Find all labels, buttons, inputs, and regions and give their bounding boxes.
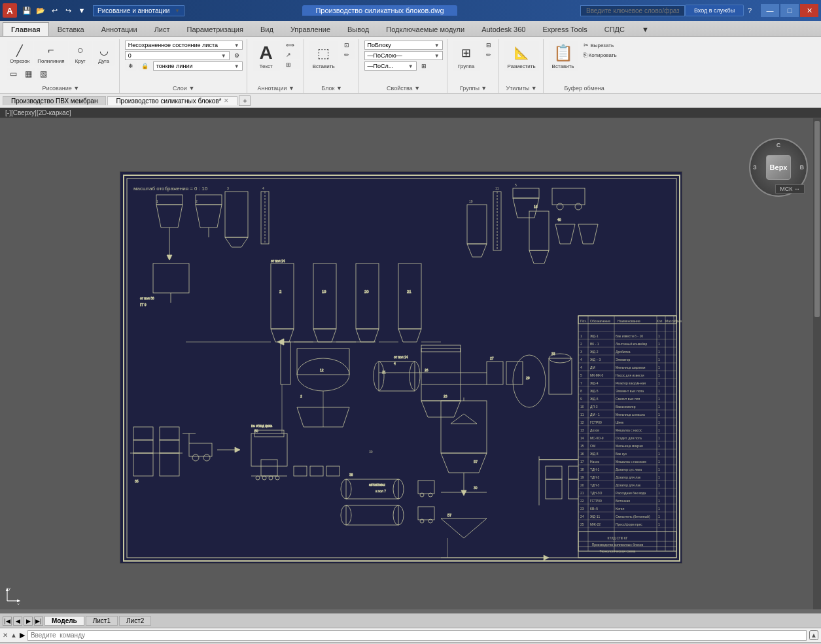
svg-text:11: 11 <box>580 413 584 416</box>
arc-btn[interactable]: ◡ Дуга <box>93 41 115 66</box>
tab-view[interactable]: Вид <box>252 22 282 36</box>
layout-nav-prev[interactable]: ◀ <box>13 617 22 626</box>
tab-parametrization[interactable]: Параметризация <box>179 22 252 36</box>
svg-text:ЖД-5: ЖД-5 <box>590 389 599 393</box>
polyline-btn[interactable]: ⌐ Полилиния <box>34 41 68 66</box>
tab-sheet[interactable]: Лист <box>146 22 179 36</box>
tab-spds[interactable]: СПДС <box>596 22 633 36</box>
lock-btn[interactable]: 🔒 <box>138 61 152 71</box>
cmd-close-btn[interactable]: ✕ <box>3 632 8 639</box>
layout-tab-model[interactable]: Модель <box>44 616 84 626</box>
file-tab-pvc[interactable]: Производство ПВХ мембран <box>3 96 106 105</box>
linetype-prop-dropdown[interactable]: —ПоСлою— ▼ <box>364 51 443 60</box>
layout-tab-sheet1[interactable]: Лист1 <box>86 616 118 626</box>
layout-nav-next[interactable]: ▶ <box>24 617 33 626</box>
svg-text:2: 2 <box>580 342 582 346</box>
svg-text:30: 30 <box>369 450 373 454</box>
nav-center-btn[interactable]: Верх <box>766 155 791 180</box>
lineweight-dropdown[interactable]: —ПоСл... ▼ <box>364 61 417 71</box>
tab-manage[interactable]: Управление <box>282 22 339 36</box>
layer-dropdown[interactable]: 0 ▼ <box>125 51 230 60</box>
circle-btn[interactable]: ○ Круг <box>69 41 92 66</box>
edit-group-btn[interactable]: ✏ <box>483 50 495 59</box>
gradient-btn[interactable]: ▧ <box>37 68 50 80</box>
cut-btn[interactable]: ✂ Вырезать <box>580 41 620 50</box>
insert-btn[interactable]: ⬚ Вставить <box>309 41 338 71</box>
line-btn[interactable]: ╱ Отрезок <box>7 41 33 66</box>
line-icon: ╱ <box>12 42 27 58</box>
layout-nav-last[interactable]: ▶| <box>34 617 43 626</box>
svg-text:20: 20 <box>364 290 369 294</box>
search-input[interactable] <box>580 5 685 16</box>
cmd-expand-btn[interactable]: ▲ <box>809 630 818 640</box>
layout-nav-first[interactable]: |◀ <box>3 617 12 626</box>
tab-more[interactable]: ▼ <box>633 22 657 36</box>
svg-text:Мешалка с насос: Мешалка с насос <box>616 428 642 432</box>
tab-autodesk360[interactable]: Autodesk 360 <box>473 22 534 36</box>
svg-text:к пол 7: к пол 7 <box>376 489 386 493</box>
svg-text:Вакасоматор: Вакасоматор <box>616 405 636 409</box>
match-props-btn[interactable]: ⊞ <box>418 61 430 71</box>
dimension-btn[interactable]: ⟺ <box>283 41 300 50</box>
login-btn[interactable]: Вход в службы <box>685 5 744 16</box>
workspace-dropdown[interactable]: Рисование и аннотации ▼ <box>93 5 184 16</box>
svg-text:1: 1 <box>658 342 660 346</box>
app-icon[interactable]: A <box>3 3 17 18</box>
ungroup-btn[interactable]: ⊟ <box>483 41 495 50</box>
svg-text:1: 1 <box>658 389 660 393</box>
minimize-btn[interactable]: — <box>761 4 779 17</box>
svg-text:ДМ: ДМ <box>590 365 595 369</box>
maximize-btn[interactable]: □ <box>780 4 799 17</box>
leader-btn[interactable]: ↗ <box>283 50 300 59</box>
rect-btn[interactable]: ▭ <box>7 68 20 80</box>
svg-text:ТДН-1: ТДН-1 <box>590 467 600 471</box>
nav-north-label: С <box>777 142 781 148</box>
vertical-scrollbar[interactable] <box>813 118 821 609</box>
measure-btn[interactable]: 📐 Разместить <box>504 41 539 71</box>
table-btn[interactable]: ⊞ <box>283 60 300 69</box>
color-dropdown[interactable]: ПоБлоку ▼ <box>364 41 443 50</box>
layout-tab-sheet2[interactable]: Лист2 <box>119 616 151 626</box>
gradient-icon: ▧ <box>40 69 47 78</box>
msk-badge[interactable]: МСК ↔ <box>775 184 805 194</box>
copy-btn[interactable]: ⎘ Копировать <box>580 50 620 59</box>
qa-redo-btn[interactable]: ▼ <box>76 5 88 16</box>
qa-undo-btn[interactable]: ↪ <box>62 5 74 16</box>
viewport-controls: [-][Сверху][2D-каркас] <box>5 109 71 116</box>
create-block-btn[interactable]: ⊡ <box>341 41 355 50</box>
qa-new-btn[interactable]: 💾 <box>21 5 33 16</box>
new-tab-btn[interactable]: + <box>239 95 251 106</box>
svg-text:Мельница мокрая: Мельница мокрая <box>616 444 643 448</box>
svg-text:5: 5 <box>580 373 582 377</box>
linetype-dropdown[interactable]: тонкие линии ▼ <box>153 61 243 71</box>
svg-text:1: 1 <box>658 515 660 518</box>
command-input[interactable] <box>27 630 807 641</box>
layout-tabs: |◀ ◀ ▶ ▶| Модель Лист1 Лист2 <box>0 613 821 628</box>
block-editor-btn[interactable]: ✏ <box>341 50 355 59</box>
file-tab-silicate[interactable]: Производство силикатных блоков* ✕ <box>107 96 237 105</box>
cmd-up-btn[interactable]: ▲ <box>10 632 17 639</box>
tab-annotations[interactable]: Аннотации <box>93 22 146 36</box>
svg-text:Мельница ш масла: Мельница ш масла <box>616 413 645 416</box>
qa-open-btn[interactable]: 📂 <box>35 5 46 16</box>
svg-text:Ленточный конвейер: Ленточный конвейер <box>616 342 648 346</box>
state-dropdown[interactable]: Несохраненное состояние листа ▼ <box>125 41 243 50</box>
tab-express-tools[interactable]: Express Tools <box>534 22 595 36</box>
group-btn[interactable]: ⊞ Группа <box>453 41 480 71</box>
freeze-btn[interactable]: ❄ <box>125 61 137 71</box>
drawing-canvas[interactable]: масштаб отображения = 0 : 10 <box>0 118 821 609</box>
text-btn[interactable]: A Текст <box>253 41 280 71</box>
tab-insert[interactable]: Вставка <box>49 22 93 36</box>
tab-plugins[interactable]: Подключаемые модули <box>377 22 473 36</box>
close-btn[interactable]: ✕ <box>800 4 818 17</box>
layer-settings-btn[interactable]: ⚙ <box>231 51 243 60</box>
tab-output[interactable]: Вывод <box>339 22 377 36</box>
paste-btn[interactable]: 📋 Вставить <box>549 41 578 71</box>
help-icon[interactable]: ? <box>744 5 756 16</box>
hatch-btn[interactable]: ▦ <box>22 68 35 80</box>
tab-home[interactable]: Главная <box>3 22 49 36</box>
clipboard-group-label: Буфер обмена <box>549 85 620 92</box>
qa-save-btn[interactable]: ↩ <box>48 5 60 16</box>
draw-group-label: Рисование ▼ <box>7 85 115 92</box>
file-tab-close-icon[interactable]: ✕ <box>224 97 229 104</box>
